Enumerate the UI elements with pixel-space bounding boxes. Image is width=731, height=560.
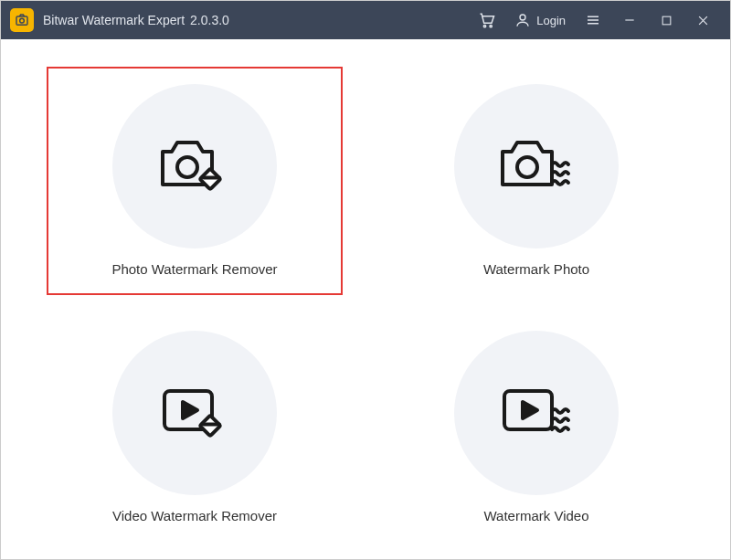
main-content: Photo Watermark Remover Watermark Photo [1,39,730,559]
maximize-icon [661,15,673,26]
app-window: Bitwar Watermark Expert 2.0.3.0 Login [0,0,731,560]
svg-marker-17 [183,402,197,418]
svg-rect-9 [662,16,671,25]
tile-circle [112,84,277,248]
camera-waves-icon [499,137,574,195]
tile-watermark-video[interactable]: Watermark Video [388,313,684,542]
svg-point-15 [517,157,537,177]
minimize-button[interactable] [611,1,648,39]
svg-rect-0 [16,16,27,25]
cart-icon [478,11,496,29]
svg-point-3 [490,26,492,27]
menu-button[interactable] [575,1,611,39]
svg-point-12 [177,157,197,177]
user-icon [514,12,531,28]
svg-point-1 [20,18,25,23]
app-logo [10,8,34,32]
video-erase-icon [159,384,230,442]
svg-marker-21 [523,402,537,418]
video-waves-icon [499,384,574,442]
close-icon [696,14,710,27]
svg-point-4 [520,15,525,20]
app-title: Bitwar Watermark Expert [43,13,185,27]
tile-circle [454,331,619,495]
tile-label: Video Watermark Remover [112,508,277,523]
tile-circle [454,84,619,248]
tile-label: Watermark Video [483,508,588,523]
app-version: 2.0.3.0 [190,13,229,27]
hamburger-icon [585,12,601,28]
tile-label: Watermark Photo [483,261,589,277]
close-button[interactable] [684,1,721,39]
tile-watermark-photo[interactable]: Watermark Photo [388,67,684,295]
tile-circle [112,331,277,495]
tile-photo-watermark-remover[interactable]: Photo Watermark Remover [47,67,343,295]
tile-label: Photo Watermark Remover [111,261,277,277]
login-button[interactable]: Login [505,1,575,39]
tile-video-watermark-remover[interactable]: Video Watermark Remover [47,313,343,542]
minimize-icon [623,14,636,26]
maximize-button[interactable] [648,1,684,39]
cart-button[interactable] [469,1,505,39]
title-bar: Bitwar Watermark Expert 2.0.3.0 Login [1,1,730,39]
camera-erase-icon [159,137,230,195]
svg-point-2 [484,26,486,27]
login-label: Login [536,14,566,27]
